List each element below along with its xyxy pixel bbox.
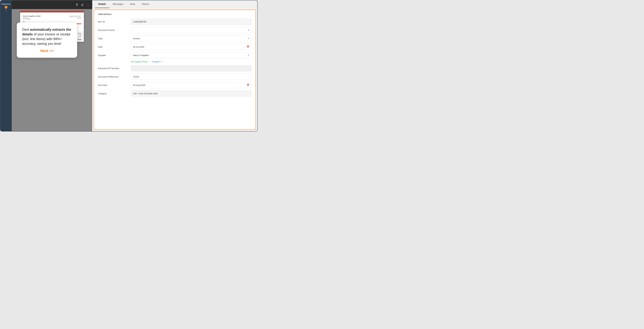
field-row-type: Type Invoice ▼ <box>98 36 252 42</box>
category-input[interactable]: 310 - Cost of Goods Sold <box>131 90 252 96</box>
due-date-calendar-icon: 📅 <box>246 84 250 86</box>
supplier-value: Harry's Supplies <box>133 54 149 56</box>
field-row-doc-owner: Document Owner ▼ <box>98 27 252 33</box>
google-it-label: Google It <box>152 60 160 63</box>
tab-note[interactable]: Note <box>127 0 138 8</box>
po-number-input[interactable] <box>131 65 252 71</box>
download-icon[interactable]: ⬇ <box>76 3 78 6</box>
due-date-value: 03 Aug 2024 <box>133 84 145 86</box>
tooltip-text: Dext automatically extracts the details … <box>22 27 72 46</box>
doc-owner-chevron: ▼ <box>247 29 250 31</box>
type-chevron: ▼ <box>247 37 250 40</box>
tabs-bar: Details Messages Note History <box>92 0 257 8</box>
date-input[interactable]: 20 Jul 2024 📅 <box>131 44 252 50</box>
google-it-link[interactable]: Google It ↗ <box>152 60 162 63</box>
tab-details[interactable]: Details <box>95 0 109 8</box>
field-row-supplier: Supplier Harry's Supplies ▼ <box>98 52 252 58</box>
invoice-company-name: Harry's Supplies Limited <box>23 15 40 17</box>
field-row-po-number: Extracted PO Number <box>98 65 252 71</box>
item-id-input[interactable]: 14362380750 <box>131 18 252 25</box>
sidebar-statements[interactable]: Statements 1 <box>1 3 11 9</box>
sidebar: Statements 1 s <box>0 0 12 131</box>
app-container: Statements 1 s ⬇ 🖨 ⋮ Harry's Supplies Li… <box>0 0 257 131</box>
invoice-date: 20/7/24 <box>69 18 81 19</box>
field-label-category: Category <box>98 92 128 95</box>
tab-messages[interactable]: Messages <box>109 0 127 8</box>
invoice-header-bar <box>20 11 84 12</box>
invoice-preview: Harry's Supplies Limited Shoreditch 44 7… <box>12 9 92 131</box>
field-label-supplier: Supplier <box>98 54 128 56</box>
sidebar-statements-label: Statements <box>1 3 11 5</box>
tooltip-next-button[interactable]: Next >> <box>22 49 72 53</box>
type-value: Invoice <box>133 37 140 40</box>
sidebar-sub-label: s <box>5 10 7 11</box>
date-calendar-icon: 📅 <box>246 46 250 48</box>
supplier-links: Set Supplier Rules | Google It ↗ <box>131 60 252 63</box>
field-row-due-date: Due Date 03 Aug 2024 📅 <box>98 82 252 88</box>
field-label-doc-owner: Document Owner <box>98 29 128 31</box>
tooltip-bubble: Dext automatically extracts the details … <box>17 22 77 58</box>
right-panel: Details Messages Note History ITEM DETAI… <box>92 0 257 131</box>
invoice-address: Shoreditch <box>23 17 40 18</box>
details-panel: ITEM DETAILS Item ID 14362380750 Documen… <box>94 10 256 130</box>
field-label-item-id: Item ID <box>98 20 128 23</box>
tab-history[interactable]: History <box>138 0 152 8</box>
link-separator: | <box>150 60 150 63</box>
invoice-billed: BILL <box>23 21 81 22</box>
field-label-due-date: Due Date <box>98 84 128 86</box>
due-date-input[interactable]: 03 Aug 2024 📅 <box>131 82 252 88</box>
print-icon[interactable]: 🖨 <box>81 3 84 6</box>
invoice-billed-label: BILL <box>23 21 26 22</box>
field-label-type: Type <box>98 37 128 40</box>
field-row-doc-ref: Document Reference 10702 <box>98 74 252 80</box>
doc-ref-input[interactable]: 10702 <box>131 74 252 80</box>
field-row-item-id: Item ID 14362380750 <box>98 18 252 25</box>
set-supplier-rules-link[interactable]: Set Supplier Rules <box>131 60 148 63</box>
invoice-phone: 44 772 456456 <box>23 18 40 20</box>
google-it-icon: ↗ <box>161 60 162 63</box>
total-tax-value: 0.00 <box>79 34 81 36</box>
field-row-date: Date 20 Jul 2024 📅 <box>98 44 252 50</box>
shipping-value: 0.00 <box>79 36 81 37</box>
type-select[interactable]: Invoice ▼ <box>131 36 252 42</box>
doc-owner-select[interactable]: ▼ <box>131 27 252 33</box>
more-options-icon[interactable]: ⋮ <box>86 3 90 6</box>
field-label-date: Date <box>98 46 128 48</box>
date-value: 20 Jul 2024 <box>133 46 144 48</box>
section-title: ITEM DETAILS <box>98 13 252 15</box>
field-label-po-number: Extracted PO Number <box>98 67 128 70</box>
tax-rate-value: 0.00% <box>78 33 81 34</box>
viewer-toolbar: ⬇ 🖨 ⋮ <box>12 0 92 9</box>
supplier-chevron: ▼ <box>247 54 250 56</box>
field-label-doc-ref: Document Reference <box>98 76 128 78</box>
supplier-select[interactable]: Harry's Supplies ▼ <box>131 52 252 58</box>
field-row-category: Category 310 - Cost of Goods Sold <box>98 90 252 96</box>
tooltip-intro: Dext <box>22 28 30 31</box>
invoice-title: INVOICE <box>69 15 81 18</box>
sidebar-badge: 1 <box>4 6 8 9</box>
document-viewer: ⬇ 🖨 ⋮ Harry's Supplies Limited Shoreditc… <box>12 0 92 131</box>
